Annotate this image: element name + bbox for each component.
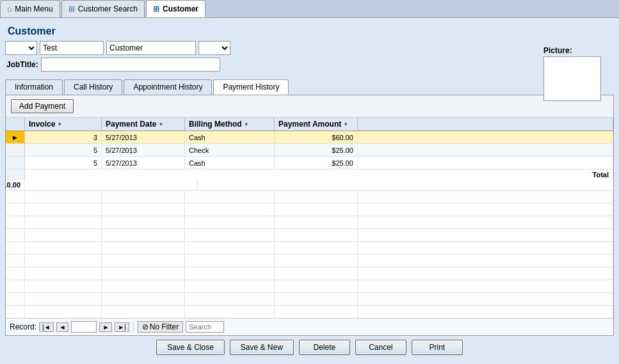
payment-date-sort-icon: ▼: [158, 122, 163, 127]
last-name-input[interactable]: [106, 41, 196, 55]
panel-toolbar: Add Payment: [6, 95, 613, 118]
cell-amount-2: $25.00: [275, 144, 358, 156]
header-selector: [6, 118, 25, 131]
cell-invoice-3: 5: [25, 157, 102, 169]
data-grid: Invoice ▼ Payment Date ▼ Billing Method …: [6, 118, 613, 335]
record-number-input[interactable]: [71, 321, 97, 333]
person-icon: ⊞: [153, 4, 159, 13]
cancel-button[interactable]: Cancel: [355, 340, 406, 355]
cell-method-1: Cash: [185, 131, 275, 143]
empty-rows: [6, 191, 613, 318]
picture-label: Picture:: [543, 46, 601, 55]
total-label: Total: [25, 170, 613, 180]
tab-information[interactable]: Information: [5, 79, 63, 95]
total-indicator: [6, 170, 25, 180]
record-label: Record:: [10, 322, 36, 331]
tab-customer-label: Customer: [163, 4, 198, 13]
empty-row: [6, 267, 613, 280]
title-bar: ⌂ Main Menu ⊞ Customer Search ⊞ Customer: [0, 0, 619, 18]
cell-invoice-2: 5: [25, 144, 102, 156]
row-indicator-2: [6, 144, 25, 156]
empty-row: [6, 280, 613, 293]
header-payment-date[interactable]: Payment Date ▼: [102, 118, 185, 131]
tab-customer-search-label: Customer Search: [78, 4, 138, 13]
cell-method-2: Check: [185, 144, 275, 156]
filter-icon: ⊘: [142, 322, 149, 331]
picture-box: Picture:: [543, 46, 601, 101]
tab-customer-search[interactable]: ⊞ Customer Search: [61, 0, 145, 17]
grid-body: 3 5/27/2013 Cash $60.00 5 5/27/2013 Chec…: [6, 131, 613, 318]
cell-date-1: 5/27/2013: [102, 131, 185, 143]
record-first-button[interactable]: |◄: [39, 322, 54, 332]
row-indicator-1: [6, 131, 25, 143]
header-extra: [358, 118, 613, 131]
tabs-and-panel: Information Call History Appointment His…: [5, 77, 614, 336]
picture-frame: [543, 56, 601, 101]
cell-date-3: 5/27/2013: [102, 157, 185, 169]
prefix-dropdown[interactable]: [5, 41, 37, 55]
tab-main-menu[interactable]: ⌂ Main Menu: [0, 0, 60, 17]
header-billing-method[interactable]: Billing Method ▼: [185, 118, 275, 131]
save-new-button[interactable]: Save & New: [230, 340, 294, 355]
header-invoice[interactable]: Invoice ▼: [25, 118, 102, 131]
delete-button[interactable]: Delete: [299, 340, 350, 355]
first-name-input[interactable]: [40, 41, 104, 55]
table-row[interactable]: 5 5/27/2013 Cash $25.00: [6, 157, 613, 170]
empty-row: [6, 293, 613, 306]
record-last-button[interactable]: ►|: [115, 322, 129, 332]
tab-payment-history[interactable]: Payment History: [213, 79, 289, 95]
record-prev-button[interactable]: ◄: [56, 322, 69, 332]
search-icon: ⊞: [68, 4, 75, 13]
total-extra: [25, 180, 198, 190]
tab-customer[interactable]: ⊞ Customer: [146, 0, 205, 17]
suffix-dropdown[interactable]: [198, 41, 230, 55]
empty-row: [6, 242, 613, 255]
empty-row: [6, 255, 613, 267]
empty-row: [6, 191, 613, 203]
cell-amount-3: $25.00: [275, 157, 358, 169]
cell-invoice-1: 3: [25, 131, 102, 143]
cell-extra-1: [358, 131, 613, 143]
tab-appointment-history[interactable]: Appointment History: [124, 79, 212, 95]
record-nav: Record: |◄ ◄ ► ►| ⊘ No Filter: [6, 318, 613, 335]
total-amount: $110.00: [6, 180, 25, 190]
empty-row: [6, 216, 613, 229]
cell-extra-3: [358, 157, 613, 169]
save-close-button[interactable]: Save & Close: [156, 340, 225, 355]
print-button[interactable]: Print: [412, 340, 463, 355]
customer-title: Customer: [5, 26, 614, 37]
bottom-buttons: Save & Close Save & New Delete Cancel Pr…: [5, 336, 614, 359]
empty-row: [6, 306, 613, 318]
cell-date-2: 5/27/2013: [102, 144, 185, 156]
grid-header: Invoice ▼ Payment Date ▼ Billing Method …: [6, 118, 613, 131]
tab-strip: Information Call History Appointment His…: [5, 79, 614, 95]
billing-method-sort-icon: ▼: [244, 122, 249, 127]
tabs-container: Information Call History Appointment His…: [5, 79, 614, 95]
invoice-sort-icon: ▼: [57, 122, 62, 127]
tab-call-history[interactable]: Call History: [64, 79, 122, 95]
add-payment-button[interactable]: Add Payment: [11, 99, 74, 113]
home-icon: ⌂: [7, 4, 12, 13]
no-filter-button[interactable]: ⊘ No Filter: [138, 321, 183, 333]
jobtitle-row: JobTitle:: [5, 58, 614, 72]
empty-row: [6, 229, 613, 242]
payment-history-panel: Add Payment Invoice ▼ Payment Date ▼ Bil…: [5, 95, 614, 336]
cell-method-3: Cash: [185, 157, 275, 169]
customer-header: Customer JobTitle:: [5, 23, 614, 74]
table-row[interactable]: 3 5/27/2013 Cash $60.00: [6, 131, 613, 144]
cell-amount-1: $60.00: [275, 131, 358, 143]
record-next-button[interactable]: ►: [99, 322, 112, 332]
main-content: Customer JobTitle: Picture:: [0, 18, 619, 364]
empty-row: [6, 203, 613, 216]
jobtitle-label: JobTitle:: [6, 60, 38, 69]
customer-section: Customer JobTitle: Picture:: [5, 23, 614, 77]
header-fields: [5, 41, 614, 55]
table-row[interactable]: 5 5/27/2013 Check $25.00: [6, 144, 613, 157]
search-input[interactable]: [186, 321, 224, 333]
row-indicator-3: [6, 157, 25, 169]
tab-main-menu-label: Main Menu: [15, 4, 52, 13]
nav-separator: [133, 322, 134, 332]
jobtitle-input[interactable]: [41, 58, 220, 72]
payment-amount-sort-icon: ▼: [343, 122, 348, 127]
header-payment-amount[interactable]: Payment Amount ▼: [275, 118, 358, 131]
